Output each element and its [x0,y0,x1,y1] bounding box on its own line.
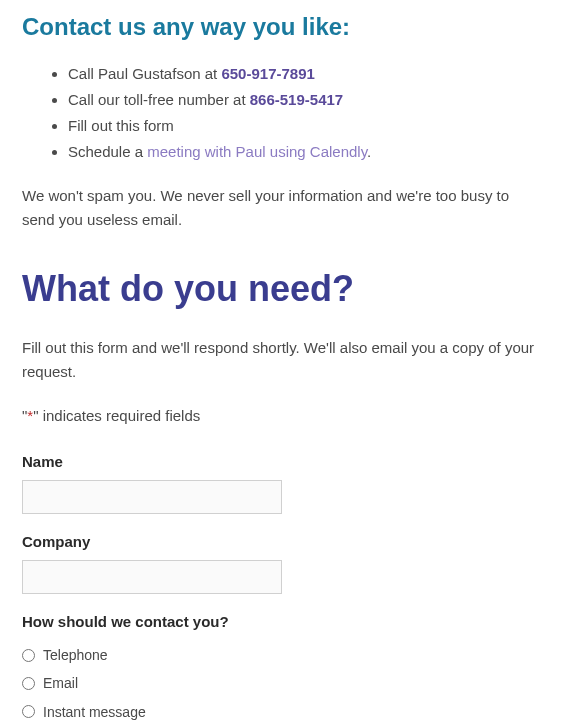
toll-free-phone-link[interactable]: 866-519-5417 [250,91,343,108]
radio-option-instant-message: Instant message [22,701,543,723]
contact-option-toll-free: Call our toll-free number at 866-519-541… [68,88,543,112]
name-field-group: Name [22,450,543,514]
required-fields-note: "*" indicates required fields [22,404,543,428]
contact-option-fill-form: Fill out this form [68,114,543,138]
contact-option-schedule: Schedule a meeting with Paul using Calen… [68,140,543,164]
radio-email[interactable] [22,677,35,690]
contact-method-group: How should we contact you? Telephone Ema… [22,610,543,724]
schedule-suffix: . [367,143,371,160]
company-label: Company [22,530,543,554]
contact-options-list: Call Paul Gustafson at 650-917-7891 Call… [22,62,543,164]
required-suffix: " indicates required fields [33,407,200,424]
contact-method-label: How should we contact you? [22,610,543,634]
call-paul-text: Call Paul Gustafson at [68,65,221,82]
radio-option-email: Email [22,672,543,694]
no-spam-text: We won't spam you. We never sell your in… [22,184,543,232]
form-heading: What do you need? [22,260,543,318]
contact-option-call-paul: Call Paul Gustafson at 650-917-7891 [68,62,543,86]
company-field-group: Company [22,530,543,594]
call-paul-phone-link[interactable]: 650-917-7891 [221,65,314,82]
contact-heading: Contact us any way you like: [22,8,543,46]
radio-telephone-label: Telephone [43,644,108,666]
radio-instant-message[interactable] [22,705,35,718]
company-input[interactable] [22,560,282,594]
radio-email-label: Email [43,672,78,694]
radio-option-telephone: Telephone [22,644,543,666]
form-intro: Fill out this form and we'll respond sho… [22,336,543,384]
toll-free-text: Call our toll-free number at [68,91,250,108]
name-label: Name [22,450,543,474]
schedule-prefix: Schedule a [68,143,147,160]
calendly-link[interactable]: meeting with Paul using Calendly [147,143,367,160]
radio-telephone[interactable] [22,649,35,662]
name-input[interactable] [22,480,282,514]
radio-instant-message-label: Instant message [43,701,146,723]
